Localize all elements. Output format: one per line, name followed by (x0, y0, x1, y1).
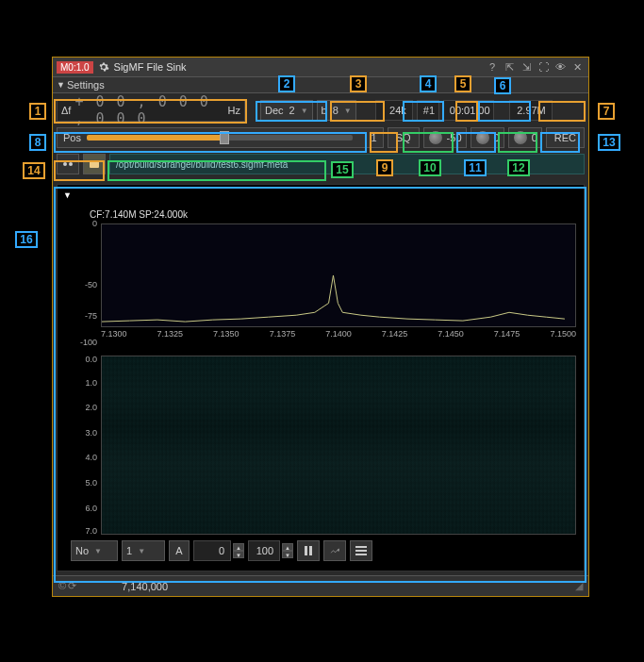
spectrum-header: ▼ (61, 189, 580, 202)
freq-unit: Hz (228, 105, 240, 116)
time-display: 00:01:00 (443, 100, 494, 121)
close-icon[interactable]: ✕ (570, 59, 585, 74)
clear-button[interactable] (323, 540, 346, 561)
settings-header[interactable]: ▼ Settings (53, 76, 588, 93)
chevron-down-icon: ▼ (94, 547, 102, 555)
annotation-14: 14 (23, 162, 45, 179)
status-bar: © ⟳ 7,140,000 ◢ (53, 575, 588, 596)
spectrum-x-axis: 7.1300 7.1325 7.1350 7.1375 7.1400 7.142… (101, 329, 576, 346)
grid-button[interactable] (350, 540, 372, 561)
rec-button[interactable]: REC (546, 127, 585, 148)
spin-up-icon[interactable]: ▲ (282, 543, 293, 551)
pre-trigger-dial-group: 0 (471, 127, 504, 148)
settings-label: Settings (67, 79, 105, 91)
reload-icon[interactable]: ⟳ (68, 580, 76, 592)
spectrum-title: CF:7.140M SP:24.000k (90, 209, 580, 220)
spin-down-icon[interactable]: ▼ (282, 551, 293, 558)
collapse-triangle-icon: ▼ (57, 80, 65, 90)
waterfall-y-axis: 0.0 1.0 2.0 3.0 4.0 5.0 6.0 7.0 (71, 356, 99, 535)
file-select-button[interactable] (83, 154, 106, 174)
dial-1[interactable] (428, 130, 443, 145)
slider-thumb[interactable] (220, 131, 229, 144)
dial-2[interactable] (475, 130, 490, 145)
spectrum-toggle-button[interactable] (57, 154, 79, 174)
avg-count-select[interactable]: 1 ▼ (122, 540, 165, 561)
center-freq-display: 7,140,000 (122, 581, 168, 592)
expand-icon[interactable]: ⛶ (536, 59, 551, 74)
chevron-down-icon: ▼ (301, 107, 308, 115)
hash-display: #1 (417, 100, 439, 121)
bits-select[interactable]: b 8 ▼ (317, 100, 356, 121)
annotation-1: 1 (29, 103, 46, 120)
size-display: 2.97M (509, 100, 553, 121)
row-2: Pos 1 SQ -50 0 0 REC (57, 127, 585, 148)
svg-rect-4 (355, 546, 367, 548)
spectrum-plot: 0 -50 -75 -100 7.1300 7.1325 7.1350 7.13… (71, 223, 580, 346)
svg-rect-3 (309, 546, 312, 555)
pause-button[interactable] (297, 540, 320, 561)
svg-point-1 (69, 162, 73, 166)
spectrum-y-axis: 0 -50 -75 -100 (71, 223, 99, 346)
chevron-down-icon: ▼ (344, 107, 352, 115)
annotation-16: 16 (15, 231, 38, 248)
svg-point-0 (63, 162, 67, 166)
spectrum-area: ▼ CF:7.140M SP:24.000k 0 -50 -75 -100 7.… (57, 184, 585, 571)
controls-area: Δf + 0 0 , 0 0 0 , 0 0 0 Hz Dec 2 ▼ b 8 … (53, 93, 588, 180)
resize-grip-icon[interactable]: ◢ (575, 580, 583, 592)
avg-mode-select[interactable]: No ▼ (71, 540, 118, 561)
spectrum-canvas[interactable] (101, 223, 576, 327)
ref-level-spinner[interactable]: 0 ▲▼ (193, 540, 244, 561)
annotation-13: 13 (598, 134, 620, 151)
decimation-select[interactable]: Dec 2 ▼ (260, 100, 313, 121)
collapse-icon[interactable]: ⇲ (519, 59, 534, 74)
hide-icon[interactable]: 👁 (553, 59, 568, 74)
gear-icon[interactable] (97, 60, 110, 74)
titlebar: M0:1.0 SigMF File Sink ? ⇱ ⇲ ⛶ 👁 ✕ (53, 58, 588, 76)
annotation-7: 7 (598, 103, 615, 120)
dial-3[interactable] (513, 130, 528, 145)
position-slider-group: Pos 1 (57, 127, 384, 148)
svg-rect-5 (355, 550, 367, 552)
freq-digits[interactable]: + 0 0 , 0 0 0 , 0 0 0 (74, 93, 223, 127)
sq-button[interactable]: SQ (388, 127, 420, 148)
pos-value: 1 (358, 132, 377, 143)
delta-f-label: Δf (61, 105, 71, 116)
pos-label: Pos (63, 132, 81, 143)
svg-rect-2 (305, 546, 307, 555)
sample-rate-display: 24k (375, 100, 413, 121)
chevron-down-icon: ▼ (138, 547, 145, 555)
annotation-8: 8 (29, 134, 46, 151)
row-1: Δf + 0 0 , 0 0 0 , 0 0 0 Hz Dec 2 ▼ b 8 … (57, 99, 585, 122)
window-title: SigMF File Sink (114, 61, 481, 73)
a-button[interactable]: A (169, 540, 190, 561)
triangle-icon: ▼ (63, 190, 72, 200)
post-trigger-dial-group: 0 (508, 127, 542, 148)
svg-rect-6 (355, 554, 367, 555)
spectrum-bottom-controls: No ▼ 1 ▼ A 0 ▲▼ 100 ▲▼ (61, 535, 580, 567)
spin-down-icon[interactable]: ▼ (233, 551, 244, 558)
position-slider[interactable] (87, 135, 353, 141)
filepath-display: /opt/build/sdrangel/build/test6.sigmf-me… (109, 154, 585, 174)
help-icon[interactable]: ? (485, 59, 500, 74)
titlebar-actions: ? ⇱ ⇲ ⛶ 👁 ✕ (485, 59, 585, 74)
sigmf-panel: M0:1.0 SigMF File Sink ? ⇱ ⇲ ⛶ 👁 ✕ ▼ Set… (52, 57, 589, 597)
export-icon[interactable]: ⇱ (502, 59, 517, 74)
module-badge: M0:1.0 (57, 61, 93, 74)
frequency-offset[interactable]: Δf + 0 0 , 0 0 0 , 0 0 0 Hz (57, 99, 245, 122)
squelch-dial-group: -50 (423, 127, 467, 148)
copyright-icon[interactable]: © (58, 580, 66, 592)
row-3: /opt/build/sdrangel/build/test6.sigmf-me… (57, 154, 585, 174)
status-icons: © ⟳ (58, 580, 76, 592)
range-spinner[interactable]: 100 ▲▼ (248, 540, 293, 561)
waterfall-canvas[interactable] (101, 356, 576, 535)
waterfall-plot: 0.0 1.0 2.0 3.0 4.0 5.0 6.0 7.0 (71, 356, 580, 535)
spin-up-icon[interactable]: ▲ (233, 543, 244, 551)
